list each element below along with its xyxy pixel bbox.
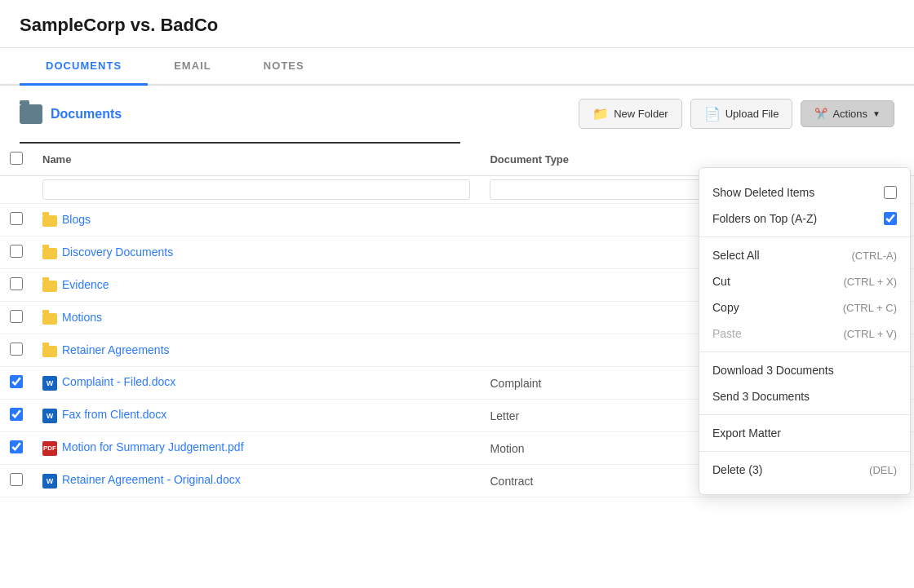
file-name-link[interactable]: Blogs bbox=[62, 213, 91, 226]
download-menuitem[interactable]: Download 3 Documents bbox=[699, 357, 910, 383]
delete-label: Delete (3) bbox=[712, 463, 762, 476]
folder-icon bbox=[42, 281, 57, 292]
row-checkbox-cell[interactable] bbox=[0, 269, 33, 302]
send-menuitem[interactable]: Send 3 Documents bbox=[699, 383, 910, 409]
row-checkbox-cell[interactable] bbox=[0, 432, 33, 465]
export-menuitem[interactable]: Export Matter bbox=[699, 420, 910, 446]
file-name-link[interactable]: Discovery Documents bbox=[62, 245, 173, 259]
copy-label: Copy bbox=[712, 301, 739, 314]
cut-label: Cut bbox=[712, 275, 730, 288]
row-checkbox-cell[interactable] bbox=[0, 334, 33, 367]
row-checkbox[interactable] bbox=[10, 343, 23, 356]
row-checkbox-cell[interactable] bbox=[0, 237, 33, 269]
folder-icon bbox=[42, 346, 57, 357]
row-checkbox[interactable] bbox=[10, 440, 23, 453]
show-deleted-checkbox[interactable] bbox=[884, 186, 897, 199]
paste-menuitem: Paste (CTRL + V) bbox=[699, 321, 910, 347]
menu-section-export: Export Matter bbox=[699, 415, 910, 452]
toolbar: Documents 📁 New Folder 📄 Upload File ✂️ … bbox=[0, 86, 914, 142]
select-all-menuitem[interactable]: Select All (CTRL-A) bbox=[699, 242, 910, 268]
tab-notes[interactable]: NOTES bbox=[237, 48, 331, 86]
folders-on-top-checkbox[interactable] bbox=[884, 212, 897, 225]
select-all-menu-label: Select All bbox=[712, 249, 760, 262]
filter-name-input[interactable] bbox=[42, 179, 470, 200]
folder-icon bbox=[42, 248, 57, 259]
actions-label: Actions bbox=[832, 108, 867, 120]
show-deleted-label: Show Deleted Items bbox=[712, 186, 814, 199]
row-checkbox[interactable] bbox=[10, 375, 23, 388]
row-name-cell: Discovery Documents bbox=[33, 237, 480, 269]
select-all-shortcut: (CTRL-A) bbox=[851, 250, 897, 262]
menu-section-clipboard: Select All (CTRL-A) Cut (CTRL + X) Copy … bbox=[699, 237, 910, 352]
row-checkbox-cell[interactable] bbox=[0, 400, 33, 432]
export-label: Export Matter bbox=[712, 427, 781, 440]
delete-menuitem[interactable]: Delete (3) (DEL) bbox=[699, 457, 910, 483]
row-checkbox[interactable] bbox=[10, 277, 23, 290]
upload-file-icon: 📄 bbox=[704, 106, 721, 122]
tab-documents[interactable]: DOCUMENTS bbox=[20, 48, 148, 86]
documents-label: Documents bbox=[51, 107, 122, 122]
delete-shortcut: (DEL) bbox=[869, 464, 897, 476]
file-name-link[interactable]: Complaint - Filed.docx bbox=[62, 375, 175, 388]
case-title: SampleCorp vs. BadCo bbox=[20, 15, 894, 36]
row-name-cell: WRetainer Agreement - Original.docx bbox=[33, 465, 480, 497]
row-name-cell: Evidence bbox=[33, 269, 480, 302]
folders-on-top-row[interactable]: Folders on Top (A-Z) bbox=[699, 206, 910, 232]
filter-checkbox-cell bbox=[0, 176, 33, 204]
upload-file-button[interactable]: 📄 Upload File bbox=[690, 99, 793, 129]
select-all-header[interactable] bbox=[0, 144, 33, 176]
copy-menuitem[interactable]: Copy (CTRL + C) bbox=[699, 294, 910, 321]
row-name-cell: Blogs bbox=[33, 204, 480, 237]
download-label: Download 3 Documents bbox=[712, 364, 834, 377]
show-deleted-row[interactable]: Show Deleted Items bbox=[699, 179, 910, 206]
toolbar-left: Documents bbox=[20, 104, 570, 124]
file-name-link[interactable]: Retainer Agreement - Original.docx bbox=[62, 473, 241, 486]
col-name-header: Name bbox=[33, 144, 480, 176]
word-doc-icon: W bbox=[42, 376, 57, 391]
select-all-checkbox[interactable] bbox=[10, 152, 23, 165]
send-label: Send 3 Documents bbox=[712, 390, 810, 403]
file-name-link[interactable]: Motion for Summary Judgement.pdf bbox=[62, 440, 244, 453]
menu-section-delete: Delete (3) (DEL) bbox=[699, 452, 910, 488]
row-name-cell: PDFMotion for Summary Judgement.pdf bbox=[33, 432, 480, 465]
folders-on-top-label: Folders on Top (A-Z) bbox=[712, 212, 817, 225]
documents-folder-icon bbox=[20, 104, 42, 124]
actions-button[interactable]: ✂️ Actions ▼ bbox=[801, 100, 894, 127]
row-checkbox[interactable] bbox=[10, 245, 23, 258]
word-doc-icon: W bbox=[42, 409, 57, 423]
cut-menuitem[interactable]: Cut (CTRL + X) bbox=[699, 268, 910, 294]
actions-icon: ✂️ bbox=[814, 108, 827, 120]
new-folder-button[interactable]: 📁 New Folder bbox=[579, 99, 681, 129]
file-name-link[interactable]: Motions bbox=[62, 311, 102, 324]
row-name-cell: WComplaint - Filed.docx bbox=[33, 367, 480, 400]
page-wrapper: SampleCorp vs. BadCo DOCUMENTS EMAIL NOT… bbox=[0, 0, 914, 588]
row-checkbox[interactable] bbox=[10, 408, 23, 421]
row-checkbox-cell[interactable] bbox=[0, 302, 33, 334]
paste-label: Paste bbox=[712, 327, 742, 340]
file-name-link[interactable]: Fax from Client.docx bbox=[62, 408, 166, 421]
row-checkbox[interactable] bbox=[10, 212, 23, 225]
row-checkbox-cell[interactable] bbox=[0, 204, 33, 237]
tab-email[interactable]: EMAIL bbox=[148, 48, 237, 86]
word-doc-icon: W bbox=[42, 474, 57, 489]
row-checkbox[interactable] bbox=[10, 473, 23, 486]
row-checkbox-cell[interactable] bbox=[0, 465, 33, 497]
actions-chevron-icon: ▼ bbox=[872, 109, 881, 118]
top-bar: SampleCorp vs. BadCo bbox=[0, 0, 914, 48]
cut-shortcut: (CTRL + X) bbox=[843, 276, 897, 288]
file-name-link[interactable]: Evidence bbox=[62, 278, 109, 291]
new-folder-icon: 📁 bbox=[592, 106, 609, 122]
folder-icon bbox=[42, 313, 57, 325]
pdf-doc-icon: PDF bbox=[42, 441, 57, 456]
filter-name-cell[interactable] bbox=[33, 176, 480, 204]
menu-section-transfer: Download 3 Documents Send 3 Documents bbox=[699, 352, 910, 415]
file-name-link[interactable]: Retainer Agreements bbox=[62, 343, 170, 356]
row-checkbox-cell[interactable] bbox=[0, 367, 33, 400]
upload-file-label: Upload File bbox=[725, 108, 779, 120]
row-checkbox[interactable] bbox=[10, 310, 23, 323]
row-name-cell: Motions bbox=[33, 302, 480, 334]
paste-shortcut: (CTRL + V) bbox=[843, 328, 897, 340]
folder-icon bbox=[42, 215, 57, 227]
tabs-bar: DOCUMENTS EMAIL NOTES bbox=[0, 48, 914, 86]
row-name-cell: Retainer Agreements bbox=[33, 334, 480, 367]
